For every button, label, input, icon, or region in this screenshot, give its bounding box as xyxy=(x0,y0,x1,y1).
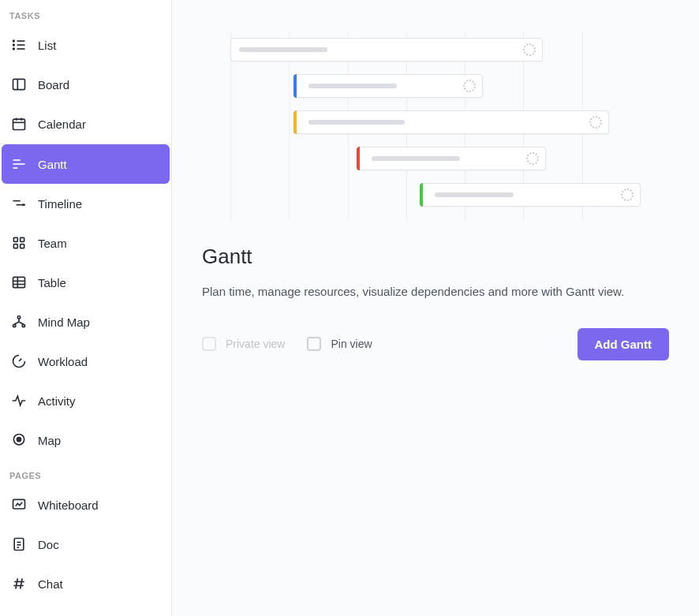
sidebar-item-label: Table xyxy=(38,276,66,289)
gantt-illustration xyxy=(230,32,641,221)
sidebar-item-label: Calendar xyxy=(38,118,86,131)
svg-rect-19 xyxy=(21,237,24,241)
svg-point-28 xyxy=(22,324,24,327)
sidebar-item-list[interactable]: List xyxy=(2,25,170,65)
hash-icon xyxy=(11,576,27,592)
svg-rect-22 xyxy=(13,277,25,287)
add-gantt-button[interactable]: Add Gantt xyxy=(578,328,670,360)
sidebar-item-label: Timeline xyxy=(38,197,82,211)
board-icon xyxy=(11,77,27,92)
checkbox-label: Pin view xyxy=(331,338,372,350)
calendar-icon xyxy=(11,116,27,132)
main-content: Gantt Plan time, manage resources, visua… xyxy=(172,0,699,616)
sidebar-item-label: Doc xyxy=(38,538,59,551)
svg-rect-20 xyxy=(13,245,17,248)
svg-rect-21 xyxy=(21,245,24,248)
map-icon xyxy=(11,432,27,448)
sidebar-item-label: Gantt xyxy=(38,158,67,171)
svg-line-39 xyxy=(16,578,17,588)
timeline-icon xyxy=(11,196,27,211)
activity-icon xyxy=(11,393,27,409)
sidebar: TASKS List Board Calendar Gantt Timeline xyxy=(0,0,172,616)
workload-icon xyxy=(11,353,27,369)
svg-rect-18 xyxy=(13,237,17,241)
sidebar-item-label: Mind Map xyxy=(38,315,90,329)
doc-icon xyxy=(11,536,27,552)
checkbox-label: Private view xyxy=(226,338,285,350)
section-header-pages: PAGES xyxy=(0,460,171,485)
sidebar-item-label: Chat xyxy=(38,577,63,591)
sidebar-item-team[interactable]: Team xyxy=(2,223,170,263)
sidebar-item-activity[interactable]: Activity xyxy=(2,381,170,420)
sidebar-item-label: Workload xyxy=(38,355,88,368)
sidebar-item-mindmap[interactable]: Mind Map xyxy=(2,302,170,342)
sidebar-item-calendar[interactable]: Calendar xyxy=(2,104,170,144)
sidebar-item-table[interactable]: Table xyxy=(2,263,170,302)
svg-point-2 xyxy=(13,48,15,50)
controls-row: Private view Pin view Add Gantt xyxy=(202,328,669,360)
sidebar-item-label: List xyxy=(38,39,56,52)
svg-rect-6 xyxy=(13,79,25,89)
checkbox-box xyxy=(307,337,321,351)
page-title: Gantt xyxy=(202,245,669,269)
section-header-tasks: TASKS xyxy=(0,0,171,25)
sidebar-item-gantt[interactable]: Gantt xyxy=(2,144,170,184)
svg-point-1 xyxy=(13,44,15,46)
sidebar-item-label: Map xyxy=(38,434,61,447)
svg-point-0 xyxy=(13,40,15,42)
sidebar-item-map[interactable]: Map xyxy=(2,420,170,460)
sidebar-item-doc[interactable]: Doc xyxy=(2,525,170,564)
svg-point-26 xyxy=(17,316,20,319)
mindmap-icon xyxy=(11,314,27,330)
sidebar-item-whiteboard[interactable]: Whiteboard xyxy=(2,485,170,525)
svg-line-29 xyxy=(19,359,21,361)
sidebar-item-chat[interactable]: Chat xyxy=(2,564,170,603)
sidebar-item-label: Activity xyxy=(38,394,76,408)
sidebar-item-board[interactable]: Board xyxy=(2,65,170,104)
svg-rect-8 xyxy=(13,119,25,129)
sidebar-item-label: Board xyxy=(38,78,69,91)
pin-view-checkbox[interactable]: Pin view xyxy=(307,337,372,351)
page-description: Plan time, manage resources, visualize d… xyxy=(202,283,669,301)
checkbox-box xyxy=(202,337,216,351)
gantt-icon xyxy=(11,156,27,172)
whiteboard-icon xyxy=(11,497,27,513)
table-icon xyxy=(11,274,27,290)
list-icon xyxy=(11,37,27,53)
team-icon xyxy=(11,235,27,251)
sidebar-item-workload[interactable]: Workload xyxy=(2,342,170,381)
sidebar-item-label: Team xyxy=(38,237,67,250)
svg-line-40 xyxy=(21,578,23,588)
svg-point-31 xyxy=(17,438,21,442)
svg-point-27 xyxy=(13,324,16,327)
sidebar-item-label: Whiteboard xyxy=(38,498,99,512)
sidebar-item-timeline[interactable]: Timeline xyxy=(2,184,170,223)
private-view-checkbox: Private view xyxy=(202,337,285,351)
